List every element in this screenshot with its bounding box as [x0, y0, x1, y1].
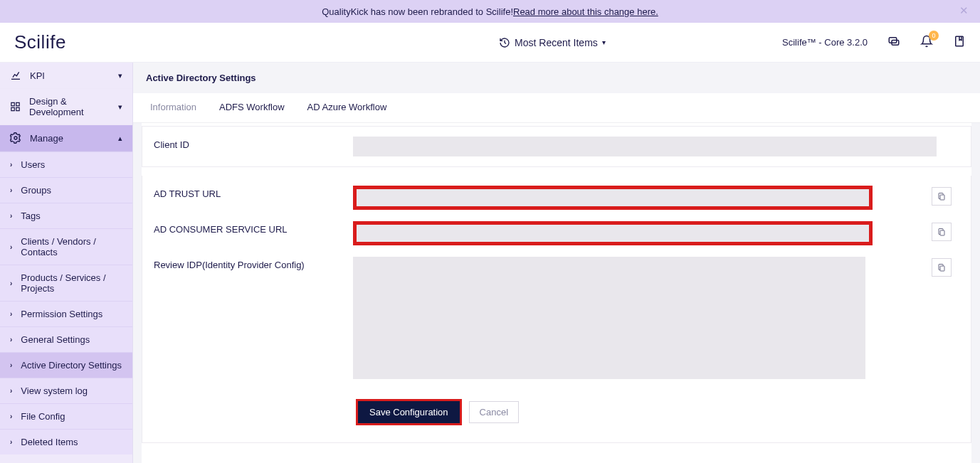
chevron-right-icon: › — [10, 186, 12, 194]
page-title: Active Directory Settings — [133, 63, 980, 93]
chevron-down-icon: ▾ — [118, 71, 122, 80]
copy-icon — [937, 262, 946, 272]
copy-idp-button[interactable] — [932, 258, 952, 277]
svg-rect-9 — [940, 230, 944, 235]
history-icon — [499, 37, 510, 48]
chevron-right-icon: › — [10, 438, 12, 446]
recent-items-dropdown[interactable]: Most Recent Items ▾ — [499, 37, 606, 48]
ad-consumer-url-label: AD CONSUMER SERVICE URL — [154, 221, 353, 235]
gear-icon — [10, 132, 21, 144]
content-area: Active Directory Settings Information AD… — [133, 63, 980, 463]
sidebar-item-label: Clients / Vendors / Contacts — [21, 236, 122, 257]
sidebar-subitem-fileconfig[interactable]: ›File Config — [0, 403, 132, 429]
sidebar-item-label: Groups — [21, 185, 51, 196]
chevron-right-icon: › — [10, 413, 12, 420]
banner-text: QualityKick has now been rebranded to Sc… — [322, 6, 513, 17]
chevron-right-icon: › — [10, 280, 12, 287]
ad-trust-url-input[interactable] — [355, 188, 870, 208]
svg-rect-10 — [940, 266, 944, 271]
form-panel: Client ID AD TRUST URL — [142, 123, 971, 463]
sidebar-item-label: KPI — [30, 70, 45, 81]
sidebar: KPI ▾ Design & Development ▾ Manage ▴ ›U… — [0, 63, 133, 463]
sidebar-item-label: Active Directory Settings — [21, 360, 122, 371]
svg-rect-3 — [11, 102, 14, 105]
chevron-right-icon: › — [10, 387, 12, 395]
sidebar-subitem-tags[interactable]: ›Tags — [0, 203, 132, 228]
copy-icon — [937, 191, 946, 201]
idp-config-label: Review IDP(Identity Provider Config) — [154, 257, 353, 270]
svg-point-7 — [14, 137, 17, 139]
tab-information[interactable]: Information — [139, 93, 208, 122]
sidebar-subitem-active-directory[interactable]: ›Active Directory Settings — [0, 352, 132, 378]
svg-rect-5 — [11, 107, 14, 110]
ad-consumer-url-input[interactable] — [355, 223, 870, 243]
sidebar-item-label: Manage — [30, 133, 63, 144]
chevron-right-icon: › — [10, 212, 12, 220]
app-header: Scilife Most Recent Items ▾ Scilife™ - C… — [0, 23, 980, 63]
sidebar-subitem-users[interactable]: ›Users — [0, 151, 132, 177]
idp-config-textarea[interactable] — [353, 257, 865, 379]
copy-trust-url-button[interactable] — [932, 187, 952, 206]
sidebar-subitem-syslog[interactable]: ›View system log — [0, 378, 132, 403]
copy-icon — [937, 227, 946, 237]
client-id-label: Client ID — [154, 137, 353, 150]
client-id-input[interactable] — [353, 137, 937, 156]
rebrand-banner: QualityKick has now been rebranded to Sc… — [0, 0, 980, 23]
sidebar-item-label: Users — [21, 159, 45, 170]
ad-trust-url-label: AD TRUST URL — [154, 186, 353, 199]
sidebar-item-label: Deleted Items — [21, 437, 78, 447]
bookmark-icon[interactable] — [953, 35, 966, 50]
sidebar-subitem-products[interactable]: ›Products / Services / Projects — [0, 265, 132, 301]
chevron-right-icon: › — [10, 243, 12, 251]
sidebar-item-label: Products / Services / Projects — [21, 272, 122, 294]
cancel-button[interactable]: Cancel — [469, 401, 519, 423]
version-label: Scilife™ - Core 3.2.0 — [782, 37, 868, 48]
svg-rect-8 — [940, 195, 944, 200]
tab-adfs-workflow[interactable]: ADFS Workflow — [208, 93, 296, 122]
sidebar-item-design[interactable]: Design & Development ▾ — [0, 89, 132, 125]
svg-rect-4 — [16, 102, 19, 105]
grid-icon — [10, 101, 21, 112]
sidebar-item-manage[interactable]: Manage ▴ — [0, 125, 132, 151]
feedback-icon[interactable] — [887, 35, 900, 50]
banner-link[interactable]: Read more about this change here. — [513, 6, 658, 17]
svg-rect-6 — [16, 107, 19, 110]
chevron-right-icon: › — [10, 336, 12, 344]
save-configuration-button[interactable]: Save Configuration — [358, 401, 460, 423]
copy-consumer-url-button[interactable] — [932, 223, 952, 241]
tab-ad-azure-workflow[interactable]: AD Azure Workflow — [296, 93, 399, 122]
sidebar-item-label: View system log — [21, 385, 88, 396]
notifications-icon[interactable]: 0 — [920, 35, 933, 50]
sidebar-item-label: Permission Settings — [21, 309, 102, 319]
sidebar-item-label: General Settings — [21, 334, 90, 345]
chart-icon — [10, 70, 21, 81]
sidebar-subitem-general[interactable]: ›General Settings — [0, 326, 132, 352]
sidebar-subitem-clients[interactable]: ›Clients / Vendors / Contacts — [0, 228, 132, 265]
chevron-down-icon: ▾ — [602, 38, 606, 46]
notifications-badge: 0 — [929, 31, 939, 41]
tabs: Information ADFS Workflow AD Azure Workf… — [133, 93, 980, 123]
recent-items-label: Most Recent Items — [515, 37, 598, 48]
sidebar-item-kpi[interactable]: KPI ▾ — [0, 63, 132, 89]
sidebar-item-label: Design & Development — [29, 96, 118, 117]
logo: Scilife — [14, 31, 66, 53]
chevron-right-icon: › — [10, 361, 12, 369]
chevron-right-icon: › — [10, 161, 12, 169]
chevron-right-icon: › — [10, 310, 12, 318]
sidebar-subitem-groups[interactable]: ›Groups — [0, 177, 132, 203]
sidebar-item-label: File Config — [21, 411, 65, 422]
sidebar-subitem-permission[interactable]: ›Permission Settings — [0, 301, 132, 326]
chevron-down-icon: ▾ — [118, 102, 122, 112]
sidebar-subitem-deleted[interactable]: ›Deleted Items — [0, 429, 132, 454]
chevron-up-icon: ▴ — [118, 134, 122, 143]
sidebar-item-label: Tags — [21, 211, 40, 221]
banner-close-icon[interactable]: ✕ — [959, 4, 969, 17]
